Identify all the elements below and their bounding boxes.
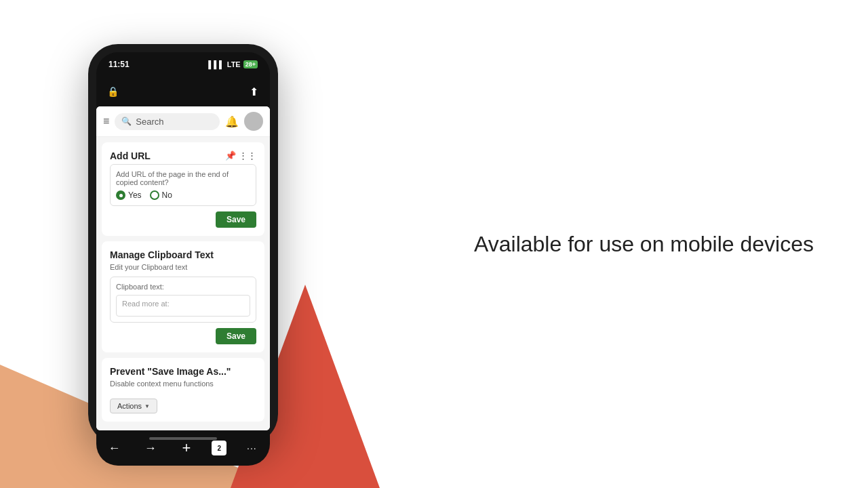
add-url-form: Add URL of the page in the end of copied… [110,164,256,206]
bottom-nav: ← → + 2 ··· [96,430,270,466]
tagline: Available for use on mobile devices [474,232,814,257]
lock-icon: 🔒 [106,85,119,98]
home-indicator [149,437,217,440]
manage-clipboard-title: Manage Clipboard Text [110,249,256,260]
avatar[interactable] [244,112,263,131]
search-box[interactable]: 🔍 Search [115,113,220,130]
actions-dropdown-icon: ▼ [144,403,150,409]
add-url-section: Add URL 📌 ⋮⋮ Add URL of the page in the … [102,142,264,236]
clipboard-input[interactable]: Read more at: [116,295,250,317]
radio-yes-circle[interactable] [116,190,125,200]
search-placeholder: Search [136,117,163,127]
prevent-save-title: Prevent "Save Image As..." [110,366,256,377]
status-right: ▌▌▌ LTE 28+ [208,60,258,68]
back-button[interactable]: ← [104,437,125,459]
radio-group: Yes No [116,190,250,200]
more-button[interactable]: ··· [241,437,262,459]
battery-badge: 28+ [243,60,258,68]
forward-button[interactable]: → [140,437,161,459]
phone-body: 11:51 ▌▌▌ LTE 28+ 🔒 ⬆ ≡ 🔍 Search [88,44,278,444]
clipboard-save-button[interactable]: Save [216,328,256,344]
add-url-desc: Add URL of the page in the end of copied… [116,170,250,186]
grid-icon[interactable]: ⋮⋮ [239,150,256,161]
phone-mockup: 11:51 ▌▌▌ LTE 28+ 🔒 ⬆ ≡ 🔍 Search [88,44,278,444]
clipboard-label: Clipboard text: [116,283,250,291]
pin-icon[interactable]: 📌 [225,150,236,161]
prevent-save-desc: Disable context menu functions [110,380,256,388]
prevent-save-section: Prevent "Save Image As..." Disable conte… [102,358,264,422]
radio-no-circle[interactable] [150,190,159,200]
actions-label: Actions [117,402,142,410]
add-url-save-button[interactable]: Save [216,211,256,228]
search-icon: 🔍 [121,117,132,126]
tab-count-button[interactable]: 2 [212,441,226,455]
signal-bars: ▌▌▌ [208,60,224,68]
radio-no[interactable]: No [150,190,172,200]
share-icon[interactable]: ⬆ [247,85,260,98]
clipboard-form: Clipboard text: Read more at: [110,277,256,323]
radio-yes[interactable]: Yes [116,190,142,200]
actions-button[interactable]: Actions ▼ [110,399,157,413]
add-tab-button[interactable]: + [176,437,197,459]
phone-screen: ≡ 🔍 Search 🔔 Add URL 📌 [96,106,270,430]
bell-icon[interactable]: 🔔 [225,115,239,128]
manage-clipboard-section: Manage Clipboard Text Edit your Clipboar… [102,241,264,352]
manage-clipboard-desc: Edit your Clipboard text [110,263,256,271]
nav-bar: ≡ 🔍 Search 🔔 [96,106,270,137]
browser-top-bar: 🔒 ⬆ [96,77,270,106]
lte-label: LTE [227,60,241,68]
status-time: 11:51 [108,60,130,69]
status-bar: 11:51 ▌▌▌ LTE 28+ [96,52,270,77]
hamburger-menu[interactable]: ≡ [103,115,109,127]
content-area: ≡ 🔍 Search 🔔 Add URL 📌 [96,106,270,430]
add-url-title: Add URL [110,150,151,161]
